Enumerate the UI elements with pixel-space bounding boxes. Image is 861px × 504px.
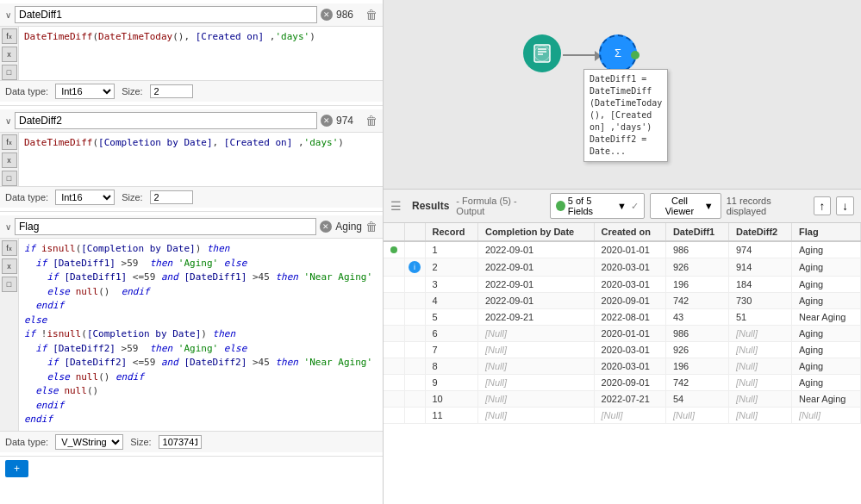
cell-record: 1 [425,241,477,258]
row-info-cell [404,326,425,342]
size-input-3[interactable] [159,435,202,449]
cell-datediff1: [Null] [665,408,728,424]
datatype-select-2[interactable]: Int16 Int32 V_String [55,190,115,205]
formula-code-3[interactable]: if isnull([Completion by Date]) then if … [19,239,383,431]
cell-datediff1: 196 [665,277,728,293]
cell-datediff1: 926 [665,258,728,277]
col-created: Created on [594,223,665,241]
cell-flag: Near Aging [792,309,861,326]
cell-completion: [Null] [477,408,594,424]
results-table-wrapper[interactable]: Record Completion by Date Created on Dat… [384,223,861,504]
field-header-1: ∨ ✕ 986 🗑 [0,3,383,27]
results-table: Record Completion by Date Created on Dat… [384,223,861,424]
field-block-1: ∨ ✕ 986 🗑 fx x □ DateTimeDiff(DateTimeTo… [0,0,383,106]
field-name-input-1[interactable] [15,6,317,23]
field-count-1: 986 [336,9,362,21]
workflow-area: Σ DateDiff1 = DateTimeDiff (DateTimeToda… [384,0,861,190]
fields-green-dot [556,201,565,211]
row-indicator-cell [384,309,404,326]
workflow-canvas: Σ DateDiff1 = DateTimeDiff (DateTimeToda… [515,26,730,164]
chevron-icon-3[interactable]: ∨ [5,222,11,232]
table-row: 52022-09-212022-08-014351Near Aging [384,309,861,326]
book-icon-circle [523,34,561,72]
results-subtitle: - Formula (5) - Output [456,196,543,216]
cell-datediff2: [Null] [728,326,791,342]
col-flag: Flag [792,223,861,241]
cell-datediff1: 54 [665,391,728,408]
cell-flag: [Null] [792,408,861,424]
results-tbody: 12022-09-012020-01-01986974Agingi22022-0… [384,241,861,424]
chevron-icon-2[interactable]: ∨ [5,116,11,126]
delete-btn-1[interactable]: 🗑 [365,8,377,22]
clear-btn-2[interactable]: ✕ [321,115,333,127]
cell-datediff2: [Null] [728,408,791,424]
cell-viewer-button[interactable]: Cell Viewer ▼ [650,193,721,219]
row-indicator-cell [384,241,404,258]
size-input-2[interactable] [150,190,193,204]
row-indicator-cell [384,358,404,375]
fields-count-dropdown[interactable]: 5 of 5 Fields ▼ ✓ [550,193,645,219]
col-info [404,223,425,241]
x-btn-2[interactable]: x [2,152,17,168]
box-btn-1[interactable]: □ [2,65,17,80]
fx-btn-2[interactable]: fx [2,134,17,150]
results-panel: ☰ Results - Formula (5) - Output 5 of 5 … [384,190,861,504]
fx-btn-1[interactable]: fx [2,28,17,44]
cell-record: 10 [425,391,477,408]
table-row: 11[Null][Null][Null][Null][Null] [384,408,861,424]
cell-viewer-label: Cell Viewer [658,196,702,216]
clear-btn-3[interactable]: ✕ [320,221,332,233]
cell-datediff2: [Null] [728,358,791,375]
scroll-up-button[interactable]: ↑ [814,196,832,215]
right-panel: Σ DateDiff1 = DateTimeDiff (DateTimeToda… [384,0,861,504]
clear-btn-1[interactable]: ✕ [321,9,333,21]
field-block-3: ∨ ✕ Aging 🗑 fx x □ if isnull([Completion… [0,212,383,457]
fx-btn-3[interactable]: fx [2,240,17,256]
cell-record: 2 [425,258,477,277]
x-btn-1[interactable]: x [2,47,17,62]
cell-datediff1: 742 [665,375,728,391]
datatype-select-1[interactable]: Int16 Int32 V_String [55,84,115,99]
cell-datediff2: 51 [728,309,791,326]
cell-record: 3 [425,277,477,293]
cell-flag: Near Aging [792,391,861,408]
field-header-2: ∨ ✕ 974 🗑 [0,109,383,133]
svg-text:Σ: Σ [615,47,621,59]
delete-btn-2[interactable]: 🗑 [365,114,377,128]
field-header-3: ∨ ✕ Aging 🗑 [0,215,383,239]
cell-created: 2022-08-01 [594,309,665,326]
size-input-1[interactable] [150,84,193,98]
add-btn-row: + [0,457,383,481]
row-info-cell [404,293,425,309]
datatype-select-3[interactable]: V_WString V_String WString [55,434,123,450]
cell-created: 2020-03-01 [594,258,665,277]
field-footer-3: Data type: V_WString V_String WString Si… [0,431,383,452]
delete-btn-3[interactable]: 🗑 [365,220,377,233]
row-info-cell [404,241,425,258]
chevron-icon-1[interactable]: ∨ [5,10,11,20]
formula-code-1[interactable]: DateTimeDiff(DateTimeToday(), [Created o… [19,27,383,80]
cell-flag: Aging [792,358,861,375]
size-label-2: Size: [122,192,142,202]
field-name-input-2[interactable] [15,112,317,129]
formula-area-2: fx x □ DateTimeDiff([Completion by Date]… [0,133,383,186]
field-name-input-3[interactable] [15,218,316,235]
box-btn-2[interactable]: □ [2,171,17,186]
cell-datediff2: 974 [728,241,791,258]
info-icon[interactable]: i [409,261,421,273]
icon-sidebar-3: fx x □ [0,239,19,431]
cell-datediff2: 184 [728,277,791,293]
size-label-1: Size: [122,86,142,96]
records-displayed-label: 11 records displayed [727,196,808,216]
row-info-cell [404,375,425,391]
workflow-node-book[interactable] [523,34,561,72]
cell-datediff2: [Null] [728,342,791,358]
cell-record: 8 [425,358,477,375]
workflow-node-formula[interactable]: Σ [599,34,637,72]
add-field-button[interactable]: + [5,460,28,477]
formula-area-3: fx x □ if isnull([Completion by Date]) t… [0,239,383,431]
x-btn-3[interactable]: x [2,258,17,274]
formula-code-2[interactable]: DateTimeDiff([Completion by Date], [Crea… [19,133,383,186]
scroll-down-button[interactable]: ↓ [836,196,854,215]
box-btn-3[interactable]: □ [2,277,17,292]
